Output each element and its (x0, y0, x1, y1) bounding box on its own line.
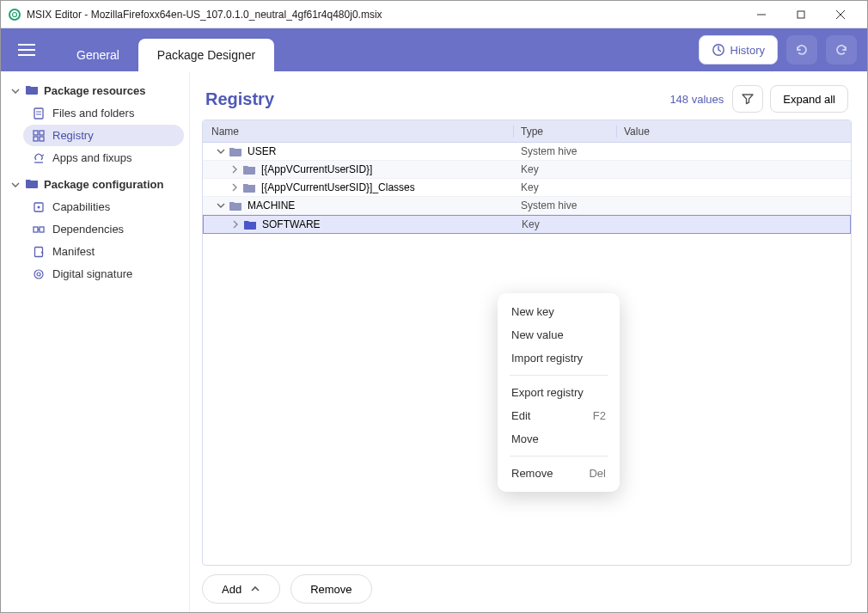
row-name: [{AppVCurrentUserSID}] (261, 163, 372, 175)
row-type: Key (514, 163, 617, 175)
folder-icon (229, 199, 242, 211)
chevron-down-icon[interactable] (217, 201, 225, 210)
redo-button[interactable] (826, 35, 857, 64)
value-count: 148 values (669, 93, 724, 106)
column-type[interactable]: Type (514, 126, 617, 138)
column-name[interactable]: Name (203, 126, 514, 138)
row-name: USER (248, 145, 276, 157)
sidebar-item-dependencies[interactable]: Dependencies (23, 218, 184, 240)
context-menu: New key New value Import registry Export… (498, 293, 620, 492)
svg-rect-10 (34, 131, 38, 135)
folder-icon (25, 177, 39, 192)
undo-icon (794, 42, 810, 58)
row-type: System hive (514, 145, 617, 157)
manifest-icon (32, 246, 46, 258)
row-type: Key (514, 181, 617, 193)
sidebar-group-config[interactable]: Package configuration (6, 174, 184, 195)
ctx-edit[interactable]: EditF2 (498, 404, 620, 427)
sidebar: Package resources Files and folders Regi… (1, 71, 190, 613)
chevron-right-icon[interactable] (230, 183, 239, 192)
folder-icon (243, 218, 257, 230)
folder-icon (25, 83, 39, 98)
undo-button[interactable] (786, 35, 817, 64)
chevron-up-icon (250, 584, 260, 594)
tab-general[interactable]: General (58, 39, 138, 71)
table-row[interactable]: [{AppVCurrentUserSID}]_ClassesKey (203, 179, 851, 197)
svg-point-21 (34, 270, 43, 279)
clock-icon (712, 43, 725, 57)
table-header: Name Type Value (203, 120, 851, 143)
title-bar: MSIX Editor - MozillaFirefoxx64en-US_107… (1, 1, 867, 28)
app-logo-icon (8, 8, 21, 21)
row-name: MACHINE (248, 199, 295, 211)
table-row[interactable]: USERSystem hive (203, 143, 851, 161)
history-label: History (730, 44, 765, 57)
main-panel: Registry 148 values Expand all Name Type… (190, 71, 867, 613)
column-value[interactable]: Value (617, 126, 832, 138)
filter-button[interactable] (732, 85, 763, 113)
apps-icon (32, 152, 46, 164)
chevron-down-icon[interactable] (217, 147, 225, 156)
ctx-import[interactable]: Import registry (498, 346, 620, 370)
sidebar-item-signature[interactable]: Digital signature (23, 263, 184, 285)
sidebar-item-capabilities[interactable]: Capabilities (23, 196, 184, 218)
row-name: SOFTWARE (262, 218, 321, 230)
folder-icon (229, 145, 242, 157)
filter-icon (741, 92, 755, 106)
window-title: MSIX Editor - MozillaFirefoxx64en-US_107… (27, 9, 742, 21)
expand-all-button[interactable]: Expand all (770, 85, 848, 113)
ctx-move[interactable]: Move (498, 427, 620, 451)
svg-rect-3 (798, 11, 804, 18)
svg-point-0 (9, 9, 20, 20)
table-row[interactable]: SOFTWAREKey (203, 215, 851, 234)
close-button[interactable] (821, 1, 860, 28)
table-row[interactable]: [{AppVCurrentUserSID}]Key (203, 161, 851, 179)
chevron-down-icon (11, 181, 20, 189)
folder-icon (242, 163, 256, 175)
sidebar-group-label: Package configuration (44, 178, 163, 191)
ctx-new-value[interactable]: New value (498, 323, 620, 346)
sidebar-item-manifest[interactable]: Manifest (23, 241, 184, 262)
main-tabs: General Package Designer (58, 28, 274, 71)
svg-rect-7 (34, 108, 43, 119)
table-row[interactable]: MACHINESystem hive (203, 197, 851, 215)
svg-rect-17 (40, 227, 44, 232)
remove-button[interactable]: Remove (290, 574, 371, 604)
svg-point-1 (13, 12, 17, 16)
svg-point-15 (38, 205, 40, 208)
capabilities-icon (32, 201, 46, 213)
file-icon (32, 107, 46, 120)
signature-icon (32, 268, 46, 280)
svg-rect-11 (40, 131, 44, 135)
history-button[interactable]: History (699, 35, 778, 64)
redo-icon (834, 42, 849, 58)
chevron-down-icon (11, 87, 20, 95)
minimize-button[interactable] (742, 1, 781, 28)
sidebar-item-apps[interactable]: Apps and fixups (23, 147, 184, 169)
top-toolbar: General Package Designer History (1, 28, 867, 71)
svg-rect-13 (40, 137, 44, 141)
tab-package-designer[interactable]: Package Designer (138, 39, 274, 71)
ctx-export[interactable]: Export registry (498, 381, 620, 404)
svg-rect-16 (34, 227, 38, 232)
row-type: System hive (514, 199, 617, 211)
svg-point-20 (37, 273, 40, 276)
dependencies-icon (32, 224, 46, 236)
sidebar-group-resources[interactable]: Package resources (6, 80, 184, 101)
chevron-right-icon[interactable] (231, 220, 240, 229)
svg-rect-12 (34, 137, 38, 141)
row-name: [{AppVCurrentUserSID}]_Classes (261, 181, 415, 193)
add-button[interactable]: Add (202, 574, 280, 604)
maximize-button[interactable] (781, 1, 821, 28)
sidebar-item-files[interactable]: Files and folders (23, 102, 184, 124)
page-title: Registry (205, 89, 274, 109)
menu-button[interactable] (18, 38, 42, 62)
folder-icon (242, 181, 256, 193)
chevron-right-icon[interactable] (230, 165, 239, 174)
sidebar-item-registry[interactable]: Registry (23, 125, 184, 146)
row-type: Key (515, 218, 618, 230)
registry-icon (32, 130, 46, 142)
ctx-new-key[interactable]: New key (498, 300, 620, 323)
sidebar-group-label: Package resources (44, 84, 146, 97)
ctx-remove[interactable]: RemoveDel (498, 462, 620, 485)
